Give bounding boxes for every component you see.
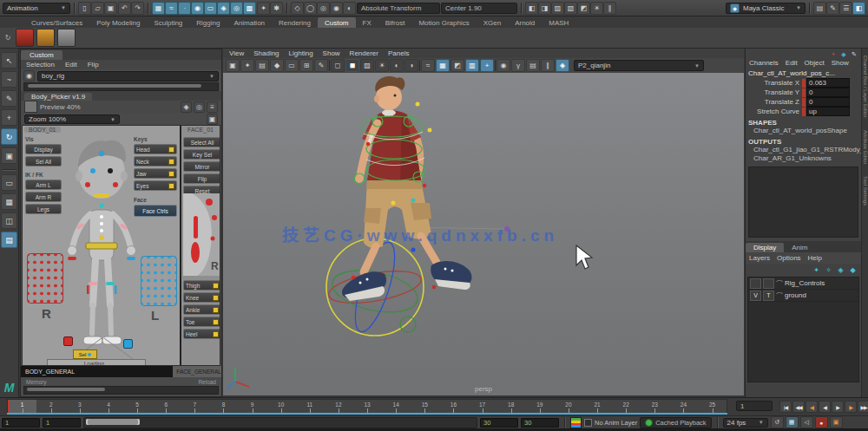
motion-blur-icon[interactable]: ≈	[421, 59, 435, 72]
new-anim-layer-icon[interactable]: ◈	[836, 265, 845, 274]
multisample-icon[interactable]: ▦	[436, 59, 450, 72]
selected-node-name[interactable]: Char_ctl_AT_world_pos_c...	[746, 68, 861, 78]
speed-state-icon[interactable]: ◆	[839, 50, 848, 58]
layout-single-pane-icon[interactable]: ▭	[1, 174, 17, 191]
shelf-item-red[interactable]	[16, 29, 34, 47]
step-forward-frame-button[interactable]: ▶▶	[858, 401, 868, 413]
make-live-icon[interactable]: ◈	[217, 2, 230, 15]
channel-box-menu-item[interactable]: Show	[832, 59, 849, 67]
play-backwards-button[interactable]: ◀	[819, 401, 831, 413]
sidebar-vertical-tab[interactable]: Channel Box / Layer Editor	[863, 56, 868, 118]
channel-value-field[interactable]: 0	[806, 97, 850, 107]
panel-menu-item[interactable]: View	[229, 49, 244, 57]
panel-menu-item[interactable]: Panels	[388, 49, 409, 57]
rotate-tool-icon[interactable]: ↻	[1, 128, 17, 145]
gate-mask-icon[interactable]: ▤	[526, 59, 540, 72]
edit-expression-icon[interactable]: ✎	[850, 50, 858, 58]
picker-bottom-tab2[interactable]: FACE_GENERAL	[173, 366, 221, 377]
lasso-tool-icon[interactable]: ~	[1, 71, 17, 88]
shelf-scroll-icon[interactable]: ↻	[3, 33, 13, 43]
camera-lock-icon[interactable]: ✦	[240, 59, 254, 72]
picker-key-button[interactable]: Thigh	[183, 280, 220, 291]
frame-cell[interactable]: 25	[698, 400, 727, 413]
key-icon[interactable]	[213, 295, 219, 301]
shadows-icon[interactable]: ◐	[390, 59, 404, 72]
select-object-icon[interactable]: ◯	[304, 2, 317, 15]
key-icon[interactable]	[168, 159, 174, 165]
frame-cell[interactable]: 23	[641, 400, 669, 413]
picker-button[interactable]: Mirror	[183, 161, 220, 172]
picker-lock-icon[interactable]: ◈	[181, 101, 192, 113]
shelf-tab[interactable]: Custom	[318, 17, 356, 28]
picker-center-button[interactable]: Sel	[73, 349, 97, 359]
joint-xray-icon[interactable]: +	[480, 59, 494, 72]
channel-box-menu-item[interactable]: Channels	[749, 59, 779, 67]
transform-mode-field[interactable]: Absolute Transform	[357, 3, 440, 14]
layout-custom-icon[interactable]: ▤	[1, 232, 17, 248]
frame-cell[interactable]: 12	[324, 400, 352, 413]
layer-editor-tab[interactable]: Anim	[784, 243, 815, 252]
frame-cell[interactable]: 9	[238, 400, 266, 413]
frame-cell[interactable]: 16	[439, 400, 468, 413]
time-slider-track[interactable]: 1234567891011121314151617181920212223242…	[7, 399, 727, 414]
pan-zoom-icon[interactable]: ⊞	[299, 59, 313, 72]
bookmark-icon[interactable]: ◆	[270, 59, 284, 72]
frame-cell[interactable]: 3	[65, 400, 94, 413]
frame-cell[interactable]: 10	[266, 400, 295, 413]
snap-magnet-icon[interactable]: ▩	[243, 2, 256, 15]
layer-editor-menu-item[interactable]: Options	[777, 254, 801, 262]
frame-cell[interactable]: 7	[181, 400, 209, 413]
camera-attributes-icon[interactable]: ▤	[255, 59, 269, 72]
picker-menu-icon[interactable]: ≡	[207, 101, 218, 113]
channel-row[interactable]: Translate X 0.063	[746, 78, 861, 88]
frame-cell[interactable]: 1	[8, 400, 36, 413]
snap-together-icon[interactable]: ◎	[230, 2, 243, 15]
select-component-icon[interactable]: ◎	[317, 2, 330, 15]
shelf-tab[interactable]: Rigging	[189, 17, 227, 28]
picker-side-page-tab[interactable]: FACE_01	[183, 127, 218, 133]
frame-cell[interactable]: 21	[583, 400, 612, 413]
layout-four-pane-icon[interactable]: ▦	[1, 193, 17, 210]
picker-key-button[interactable]: Ankle	[183, 304, 220, 315]
undo-icon[interactable]: ↶	[118, 2, 131, 15]
gamma-icon[interactable]: γ	[511, 59, 525, 72]
channel-row[interactable]: Translate Z 0	[746, 97, 861, 107]
undo-queue-icon[interactable]: ↺	[771, 416, 784, 428]
frame-cell[interactable]: 5	[123, 400, 152, 413]
picker-panel-tab[interactable]: Custom	[21, 50, 62, 60]
layer-row[interactable]: V T ⌒ ground	[748, 290, 858, 302]
panel-menu-item[interactable]: Lighting	[289, 49, 313, 57]
key-icon[interactable]	[213, 307, 219, 313]
right-fingers-grid[interactable]	[141, 256, 177, 306]
layer-type-toggle[interactable]	[763, 278, 774, 289]
menu-set-dropdown[interactable]: Animation ▼	[3, 3, 70, 14]
frame-cell[interactable]: 24	[669, 400, 698, 413]
move-tool-icon[interactable]: +	[1, 109, 17, 126]
panel-menu-item[interactable]: Show	[323, 49, 340, 57]
separator[interactable]	[329, 60, 330, 71]
sidebar-vertical-tab[interactable]: Tool Settings	[863, 176, 868, 206]
hypershade-icon[interactable]: ◩	[577, 2, 590, 15]
picker-menu-item[interactable]: Selection	[26, 61, 55, 69]
picker-button[interactable]: Key Sel	[183, 149, 220, 160]
step-back-key-button[interactable]: ◀|	[806, 401, 818, 413]
channel-box-toggle-icon[interactable]: ☰	[839, 2, 852, 15]
shelf-item-gray[interactable]	[57, 29, 76, 47]
layer-editor-tab[interactable]: Display	[746, 243, 784, 252]
cached-playback-indicator[interactable]: Cached Playback	[640, 417, 711, 428]
sidebar-vertical-tab[interactable]: Attribute Editor	[863, 130, 868, 165]
select-tool-icon[interactable]: ↖	[1, 52, 17, 69]
shelf-tab[interactable]: Poly Modeling	[89, 17, 147, 28]
numeric-input-field[interactable]: Center 1.90	[441, 3, 517, 14]
modeling-toolkit-toggle-icon[interactable]: ◧	[852, 2, 865, 15]
panel-menu-item[interactable]: Shading	[253, 49, 279, 57]
use-lights-icon[interactable]: ☀	[375, 59, 389, 72]
highlight-selection-icon[interactable]: ✱	[270, 2, 283, 15]
paint-select-tool-icon[interactable]: ✎	[1, 90, 17, 107]
channel-value-field[interactable]: 0.063	[806, 78, 850, 88]
frame-cell[interactable]: 17	[468, 400, 496, 413]
frame-cell[interactable]: 13	[353, 400, 382, 413]
left-fingers-grid[interactable]	[27, 253, 63, 304]
redo-icon[interactable]: ↷	[131, 2, 144, 15]
snap-curve-icon[interactable]: ≈	[165, 2, 178, 15]
